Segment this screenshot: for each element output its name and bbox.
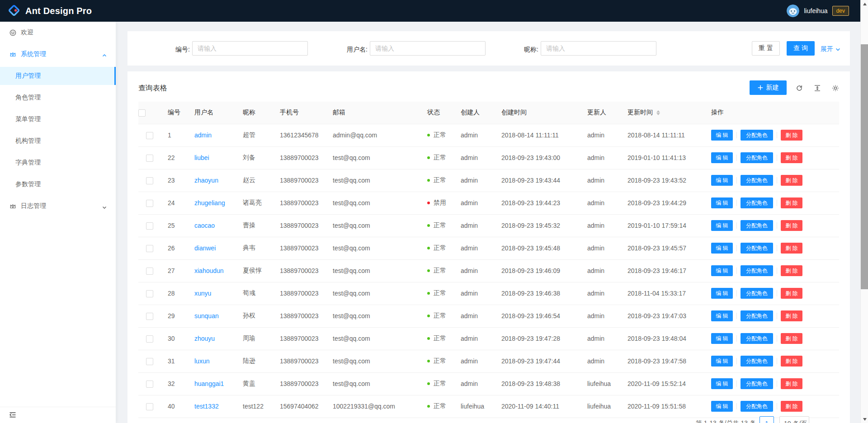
username-link[interactable]: zhaoyun (194, 177, 218, 184)
sidebar-group-system[interactable]: 系统管理 (0, 45, 116, 63)
new-button[interactable]: 新建 (750, 80, 787, 95)
assign-role-button[interactable]: 分配角色 (741, 378, 773, 389)
edit-button[interactable]: 编 辑 (711, 197, 733, 208)
assign-role-button[interactable]: 分配角色 (741, 152, 773, 163)
row-checkbox[interactable] (146, 290, 153, 297)
delete-button[interactable]: 删 除 (781, 378, 802, 389)
cell-email: test@qq.com (326, 372, 420, 395)
id-input[interactable] (192, 41, 308, 56)
edit-button[interactable]: 编 辑 (711, 333, 733, 344)
query-button[interactable]: 查 询 (787, 41, 815, 56)
username-link[interactable]: sunquan (194, 312, 219, 320)
scrollbar-thumb[interactable] (861, 44, 868, 289)
edit-button[interactable]: 编 辑 (711, 175, 733, 186)
nickname-input[interactable] (541, 41, 656, 56)
username-link[interactable]: caocao (194, 222, 215, 229)
expand-toggle[interactable]: 展开 (821, 44, 840, 54)
menu-fold-icon[interactable] (9, 411, 16, 418)
delete-button[interactable]: 删 除 (781, 197, 802, 208)
delete-button[interactable]: 删 除 (781, 220, 802, 231)
username-link[interactable]: luxun (194, 357, 209, 365)
settings-gear-icon[interactable] (832, 85, 839, 92)
current-user-name[interactable]: liufeihua (804, 7, 827, 14)
username-link[interactable]: dianwei (194, 244, 216, 252)
sidebar-subitem[interactable]: 机构管理 (0, 132, 116, 150)
delete-button[interactable]: 删 除 (781, 288, 802, 299)
row-checkbox[interactable] (146, 245, 153, 252)
assign-role-button[interactable]: 分配角色 (741, 310, 773, 321)
assign-role-button[interactable]: 分配角色 (741, 130, 773, 141)
edit-button[interactable]: 编 辑 (711, 310, 733, 321)
username-link[interactable]: zhouyu (194, 335, 215, 342)
row-checkbox[interactable] (146, 177, 153, 184)
row-checkbox[interactable] (146, 313, 153, 320)
assign-role-button[interactable]: 分配角色 (741, 243, 773, 254)
edit-button[interactable]: 编 辑 (711, 243, 733, 254)
username-input[interactable] (370, 41, 486, 56)
assign-role-button[interactable]: 分配角色 (741, 288, 773, 299)
select-all-checkbox[interactable] (138, 109, 146, 117)
assign-role-button[interactable]: 分配角色 (741, 333, 773, 344)
avatar[interactable] (787, 5, 799, 17)
delete-button[interactable]: 删 除 (781, 333, 802, 344)
sidebar-subitem[interactable]: 菜单管理 (0, 110, 116, 128)
col-updated-sortable[interactable]: 更新时间 (620, 102, 704, 124)
sidebar-subitem[interactable]: 字典管理 (0, 154, 116, 172)
assign-role-button[interactable]: 分配角色 (741, 175, 773, 186)
row-checkbox[interactable] (146, 403, 153, 410)
delete-button[interactable]: 删 除 (781, 310, 802, 321)
row-checkbox[interactable] (146, 381, 153, 388)
edit-button[interactable]: 编 辑 (711, 401, 733, 412)
column-height-icon[interactable] (814, 85, 821, 92)
username-link[interactable]: admin (194, 132, 212, 139)
sidebar-subitem[interactable]: 参数管理 (0, 175, 116, 193)
reset-button[interactable]: 重 置 (752, 41, 780, 56)
sidebar-group-logs[interactable]: 日志管理 (0, 197, 116, 215)
scroll-down-arrow[interactable] (861, 415, 868, 423)
sidebar-subitem[interactable]: 用户管理 (0, 67, 116, 85)
username-link[interactable]: huanggai1 (194, 380, 224, 387)
assign-role-button[interactable]: 分配角色 (741, 265, 773, 276)
cell-creator: admin (453, 237, 494, 259)
sidebar-item-welcome[interactable]: 欢迎 (0, 24, 116, 42)
edit-button[interactable]: 编 辑 (711, 130, 733, 141)
logo[interactable]: Ant Design Pro (7, 0, 92, 22)
row-checkbox[interactable] (146, 358, 153, 365)
vertical-scrollbar[interactable] (860, 0, 868, 423)
cell-creator: admin (453, 214, 494, 237)
edit-button[interactable]: 编 辑 (711, 152, 733, 163)
edit-button[interactable]: 编 辑 (711, 265, 733, 276)
reload-icon[interactable] (796, 85, 803, 92)
delete-button[interactable]: 删 除 (781, 356, 802, 367)
assign-role-button[interactable]: 分配角色 (741, 197, 773, 208)
username-link[interactable]: liubei (194, 154, 209, 161)
delete-button[interactable]: 删 除 (781, 130, 802, 141)
assign-role-button[interactable]: 分配角色 (741, 401, 773, 412)
pagination-page-1[interactable]: 1 (760, 416, 774, 423)
row-checkbox[interactable] (146, 335, 153, 343)
delete-button[interactable]: 删 除 (781, 243, 802, 254)
scroll-up-arrow[interactable] (861, 0, 868, 8)
row-checkbox[interactable] (146, 155, 153, 162)
username-link[interactable]: zhugeliang (194, 199, 225, 207)
edit-button[interactable]: 编 辑 (711, 356, 733, 367)
sort-carets-icon[interactable] (656, 110, 660, 115)
delete-button[interactable]: 删 除 (781, 401, 802, 412)
username-link[interactable]: xiahoudun (194, 267, 224, 274)
row-checkbox[interactable] (146, 268, 153, 275)
username-link[interactable]: xunyu (194, 290, 211, 297)
username-link[interactable]: test1332 (194, 403, 219, 410)
row-checkbox[interactable] (146, 200, 153, 207)
delete-button[interactable]: 删 除 (781, 152, 802, 163)
edit-button[interactable]: 编 辑 (711, 378, 733, 389)
row-checkbox[interactable] (146, 132, 153, 139)
page-size-select[interactable]: 10 条/页 (779, 416, 809, 423)
edit-button[interactable]: 编 辑 (711, 220, 733, 231)
assign-role-button[interactable]: 分配角色 (741, 356, 773, 367)
edit-button[interactable]: 编 辑 (711, 288, 733, 299)
assign-role-button[interactable]: 分配角色 (741, 220, 773, 231)
delete-button[interactable]: 删 除 (781, 265, 802, 276)
delete-button[interactable]: 删 除 (781, 175, 802, 186)
row-checkbox[interactable] (146, 222, 153, 230)
sidebar-subitem[interactable]: 角色管理 (0, 89, 116, 107)
